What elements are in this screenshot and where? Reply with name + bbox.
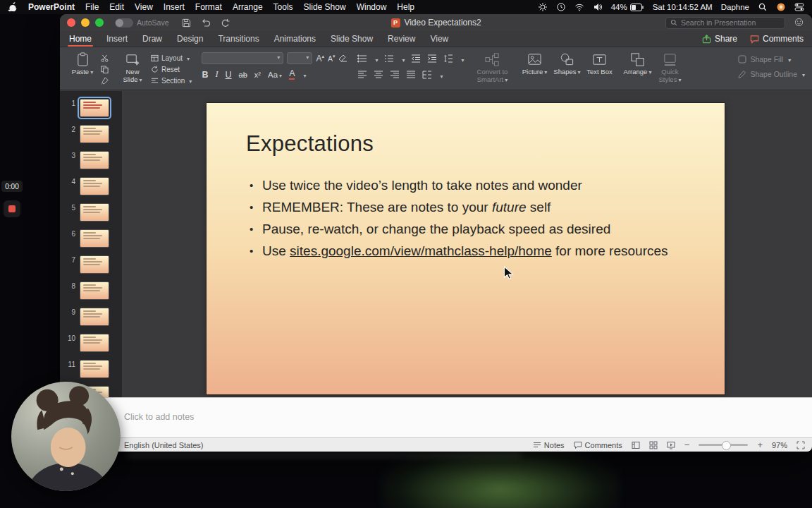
font-name-select[interactable] bbox=[202, 52, 283, 64]
autosave-toggle[interactable] bbox=[115, 18, 133, 28]
bullets-button[interactable] bbox=[357, 54, 367, 63]
font-color-button[interactable]: A bbox=[289, 69, 295, 80]
text-box-button[interactable]: Text Box bbox=[585, 52, 613, 76]
shape-fill-button[interactable]: Shape Fill bbox=[738, 55, 805, 64]
menu-arrange[interactable]: Arrange bbox=[233, 2, 263, 12]
menu-slide-show[interactable]: Slide Show bbox=[304, 2, 346, 12]
slide-thumbnail-row-8[interactable]: 8 bbox=[60, 282, 122, 300]
fast-user-switch[interactable]: Daphne bbox=[721, 3, 749, 11]
menu-file[interactable]: File bbox=[85, 2, 99, 12]
slide-thumbnail-row-9[interactable]: 9 bbox=[60, 308, 122, 326]
increase-font-size-button[interactable]: A bbox=[316, 54, 324, 64]
slide-thumbnail[interactable] bbox=[80, 229, 109, 248]
slide-title[interactable]: Expectations bbox=[246, 131, 374, 157]
tab-animations[interactable]: Animations bbox=[273, 32, 316, 46]
tab-review[interactable]: Review bbox=[387, 32, 416, 46]
reset-button[interactable]: Reset bbox=[151, 66, 192, 73]
layout-button[interactable]: Layout bbox=[151, 54, 192, 62]
justify-button[interactable] bbox=[406, 71, 416, 79]
italic-button[interactable]: I bbox=[215, 69, 218, 80]
change-case-button[interactable]: Aa bbox=[268, 71, 282, 79]
increase-indent-button[interactable] bbox=[427, 54, 437, 63]
slide-thumbnail-row-4[interactable]: 4 bbox=[60, 177, 122, 195]
decrease-indent-button[interactable] bbox=[411, 54, 421, 63]
slide-thumbnail-row-3[interactable]: 3 bbox=[60, 151, 122, 169]
slide-bullet-list[interactable]: Use twice the video’s length to take not… bbox=[247, 179, 708, 266]
slide-thumbnail[interactable] bbox=[80, 308, 109, 326]
align-right-button[interactable] bbox=[390, 71, 400, 79]
section-button[interactable]: Section bbox=[151, 77, 192, 85]
notes-pane[interactable]: Click to add notes bbox=[60, 397, 812, 437]
slide-thumbnail[interactable] bbox=[80, 177, 109, 195]
feedback-smiley-icon[interactable] bbox=[794, 18, 804, 27]
tab-design[interactable]: Design bbox=[176, 32, 204, 46]
slide-thumbnail-row-11[interactable]: 11 bbox=[60, 360, 122, 378]
undo-icon[interactable] bbox=[201, 18, 211, 28]
quick-styles-button[interactable]: Quick Styles bbox=[656, 52, 684, 84]
slide-thumbnail[interactable] bbox=[80, 360, 109, 378]
tab-home[interactable]: Home bbox=[68, 32, 92, 46]
clear-formatting-button[interactable] bbox=[338, 54, 347, 63]
arrange-button[interactable]: Arrange bbox=[623, 52, 651, 84]
underline-button[interactable]: U bbox=[226, 70, 232, 80]
gear-icon[interactable] bbox=[538, 2, 548, 12]
tab-draw[interactable]: Draw bbox=[142, 32, 163, 46]
volume-icon[interactable] bbox=[593, 2, 603, 12]
tab-transitions[interactable]: Transitions bbox=[217, 32, 259, 46]
redo-icon[interactable] bbox=[221, 18, 230, 28]
menu-powerpoint[interactable]: PowerPoint bbox=[28, 2, 75, 12]
fit-to-window-button[interactable] bbox=[796, 441, 805, 449]
slide-sorter-view-button[interactable] bbox=[649, 441, 658, 449]
comments-button[interactable]: Comments bbox=[750, 34, 804, 44]
menu-edit[interactable]: Edit bbox=[109, 2, 124, 12]
font-color-dropdown[interactable] bbox=[302, 70, 306, 80]
align-left-button[interactable] bbox=[357, 71, 367, 79]
slide-thumbnail-row-6[interactable]: 6 bbox=[60, 229, 122, 248]
slide-thumbnail[interactable] bbox=[80, 334, 109, 352]
numbering-button[interactable] bbox=[384, 54, 394, 63]
slide-thumbnail[interactable] bbox=[80, 151, 109, 169]
zoom-button[interactable] bbox=[95, 18, 104, 27]
menubar-clock[interactable]: Sat 10:14:52 AM bbox=[653, 3, 713, 11]
control-center-icon[interactable] bbox=[794, 2, 804, 12]
new-slide-button[interactable]: New Slide bbox=[118, 52, 147, 85]
battery-indicator[interactable]: 44% bbox=[611, 3, 644, 11]
menu-tools[interactable]: Tools bbox=[273, 2, 293, 12]
minimize-button[interactable] bbox=[81, 18, 90, 27]
menu-view[interactable]: View bbox=[135, 2, 153, 12]
tab-view[interactable]: View bbox=[429, 32, 449, 46]
save-icon[interactable] bbox=[182, 18, 191, 28]
close-button[interactable] bbox=[67, 18, 75, 27]
slide-thumbnail[interactable] bbox=[80, 203, 109, 222]
slide-thumbnail[interactable] bbox=[80, 255, 109, 274]
slide-hyperlink[interactable]: sites.google.com/view/mathclass-help/hom… bbox=[290, 243, 552, 258]
slideshow-view-button[interactable] bbox=[667, 441, 675, 449]
line-spacing-button[interactable] bbox=[443, 54, 453, 63]
strikethrough-button[interactable]: ab bbox=[239, 71, 247, 79]
superscript-button[interactable]: x² bbox=[254, 71, 261, 79]
picture-button[interactable]: Picture bbox=[520, 52, 548, 76]
recording-stop-button[interactable] bbox=[4, 200, 20, 217]
slide-thumbnail-row-1[interactable]: 1 bbox=[60, 99, 122, 117]
cut-button[interactable] bbox=[101, 54, 109, 62]
slide-thumbnail[interactable] bbox=[80, 282, 109, 300]
format-painter-button[interactable] bbox=[101, 77, 109, 85]
language-indicator[interactable]: English (United States) bbox=[124, 441, 204, 449]
recorder-app-icon[interactable] bbox=[776, 2, 786, 12]
paste-button[interactable]: Paste bbox=[68, 52, 97, 85]
normal-view-button[interactable] bbox=[632, 441, 640, 449]
slide-thumbnail-row-2[interactable]: 2 bbox=[60, 125, 122, 143]
slide-thumbnail-row-10[interactable]: 10 bbox=[60, 334, 122, 352]
slide-thumbnail-row-5[interactable]: 5 bbox=[60, 203, 122, 222]
columns-button[interactable] bbox=[422, 71, 432, 79]
history-clock-icon[interactable] bbox=[556, 2, 566, 12]
menu-format[interactable]: Format bbox=[195, 2, 222, 12]
align-center-button[interactable] bbox=[374, 71, 383, 79]
shapes-button[interactable]: Shapes bbox=[553, 52, 581, 76]
menu-help[interactable]: Help bbox=[397, 2, 414, 12]
presentation-search-input[interactable]: Search in Presentation bbox=[665, 17, 785, 29]
slide-thumbnail[interactable] bbox=[80, 125, 109, 143]
menu-insert[interactable]: Insert bbox=[164, 2, 185, 12]
decrease-font-size-button[interactable]: A bbox=[328, 54, 336, 63]
font-size-select[interactable] bbox=[287, 52, 312, 64]
